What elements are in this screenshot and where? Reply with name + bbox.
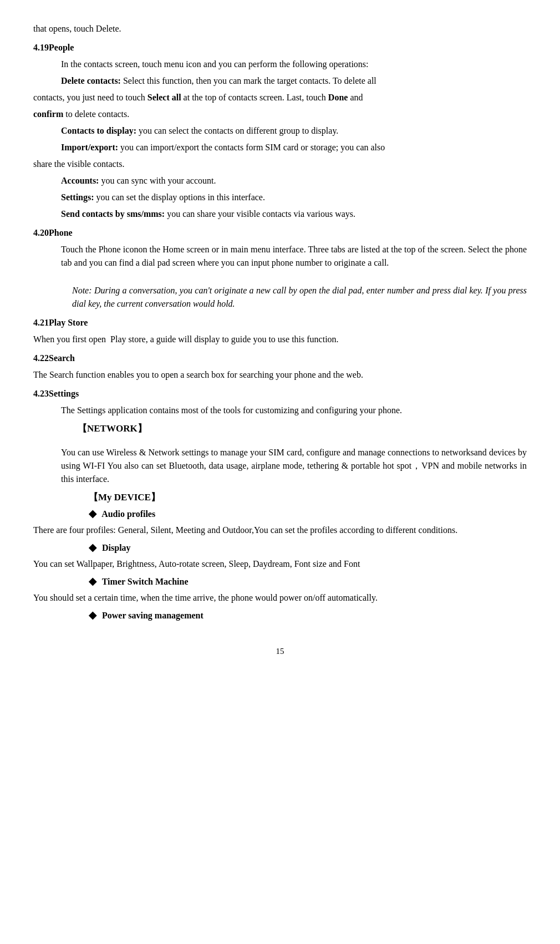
- para-419-share: share the visible contacts.: [33, 158, 527, 171]
- bullet-diamond-timer: ◆: [89, 576, 96, 587]
- bullet-audio-label: Audio profiles: [101, 509, 155, 519]
- para-419-2: Delete contacts: Select this function, t…: [33, 74, 527, 88]
- text-confirm: confirm: [33, 109, 63, 119]
- bullet-audio-profiles: ◆ Audio profiles: [33, 506, 527, 521]
- section-heading-421: 4.21Play Store: [33, 316, 527, 329]
- para-419-import: Import/export: you can import/export the…: [33, 141, 527, 154]
- my-device-label: 【My DEVICE】: [33, 490, 527, 505]
- bullet-diamond-audio: ◆: [89, 508, 96, 519]
- para-network: You can use Wireless & Network settings …: [33, 446, 527, 486]
- para-419-4: confirm to delete contacts.: [33, 108, 527, 121]
- para-419-1: In the contacts screen, touch menu icon …: [33, 58, 527, 71]
- para-423-1: The Settings application contains most o…: [33, 404, 527, 417]
- page-content: that opens, touch Delete. 4.19People In …: [33, 22, 527, 658]
- para-420-1: Touch the Phone iconon the Home screen o…: [33, 243, 527, 270]
- note-420: Note: During a conversation, you can't o…: [33, 284, 527, 311]
- para-419-3: contacts, you just need to touch Select …: [33, 91, 527, 104]
- label-accounts: Accounts:: [61, 176, 99, 185]
- section-heading-419: 4.19People: [33, 41, 527, 54]
- network-label: 【NETWORK】: [33, 422, 527, 436]
- bullet-display-label: Display: [102, 543, 131, 552]
- section-heading-420: 4.20Phone: [33, 226, 527, 240]
- page-number: 15: [33, 645, 527, 658]
- para-audio-profiles: There are four profiles: General, Silent…: [33, 524, 527, 537]
- para-421: When you first open Play store, a guide …: [33, 333, 527, 346]
- label-contacts-display: Contacts to display:: [61, 126, 136, 135]
- para-419-accounts: Accounts: you can sync with your account…: [33, 174, 527, 187]
- bullet-timer-switch: ◆ Timer Switch Machine: [33, 574, 527, 589]
- para-419-settings: Settings: you can set the display option…: [33, 191, 527, 204]
- para-422: The Search function enables you to open …: [33, 368, 527, 382]
- bullet-power-saving: ◆ Power saving management: [33, 608, 527, 623]
- label-settings: Settings:: [61, 192, 94, 202]
- bullet-diamond-power: ◆: [89, 610, 96, 621]
- para-timer-switch: You should set a certain time, when the …: [33, 591, 527, 605]
- label-delete-contacts: Delete contacts:: [61, 76, 121, 85]
- label-send-contacts: Send contacts by sms/mms:: [61, 209, 165, 219]
- text-select-all: Select all: [147, 93, 181, 102]
- para-display: You can set Wallpaper, Brightness, Auto-…: [33, 557, 527, 571]
- label-import-export: Import/export:: [61, 143, 118, 152]
- para-419-contacts-display: Contacts to display: you can select the …: [33, 124, 527, 138]
- section-heading-423: 4.23Settings: [33, 387, 527, 400]
- bullet-display: ◆ Display: [33, 540, 527, 555]
- bullet-diamond-display: ◆: [89, 542, 96, 553]
- opening-line: that opens, touch Delete.: [33, 22, 527, 35]
- bullet-timer-label: Timer Switch Machine: [102, 577, 189, 586]
- para-419-send: Send contacts by sms/mms: you can share …: [33, 207, 527, 221]
- section-heading-422: 4.22Search: [33, 352, 527, 365]
- bullet-power-label: Power saving management: [102, 611, 203, 620]
- text-done: Done: [328, 93, 348, 102]
